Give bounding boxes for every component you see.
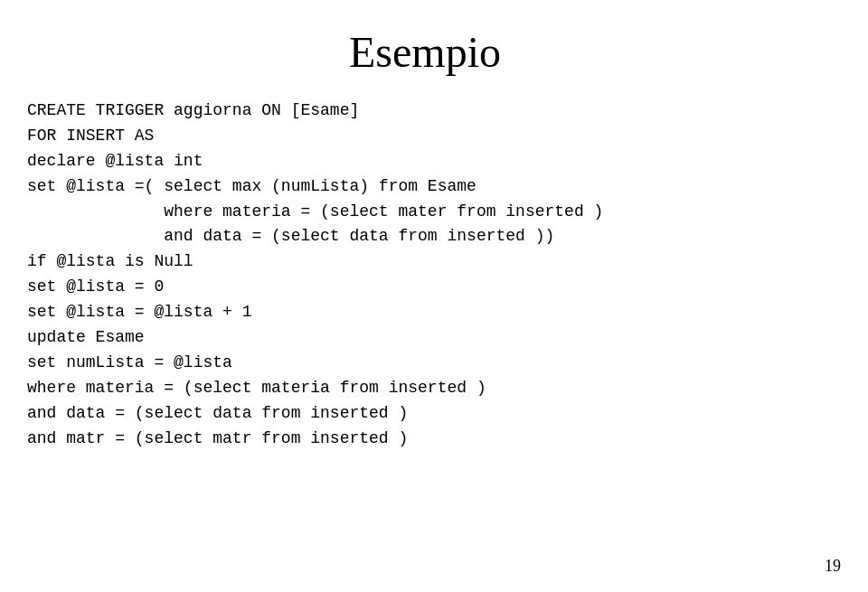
- slide-title: Esempio: [18, 18, 832, 77]
- page-container: Esempio CREATE TRIGGER aggiorna ON [Esam…: [0, 0, 868, 592]
- code-block: CREATE TRIGGER aggiorna ON [Esame] FOR I…: [18, 99, 832, 451]
- page-number: 19: [825, 557, 841, 576]
